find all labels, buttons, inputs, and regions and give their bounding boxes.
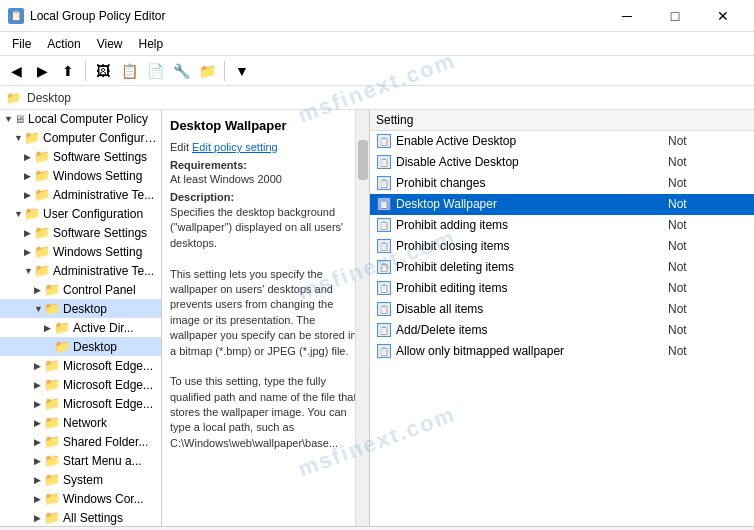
tree-item-system[interactable]: ▶ 📁 System — [0, 470, 161, 489]
expand-icon: ▶ — [34, 437, 44, 447]
folder-icon: 📁 — [44, 472, 60, 487]
list-cell-state: Not — [668, 155, 748, 169]
list-row-prohibit-deleting[interactable]: 📋 Prohibit deleting items Not — [370, 257, 754, 278]
list-row-enable-desktop[interactable]: 📋 Enable Active Desktop Not — [370, 131, 754, 152]
menu-bar: File Action View Help — [0, 32, 754, 56]
list-cell-name: Prohibit adding items — [396, 218, 668, 232]
list-cell-state: Not — [668, 323, 748, 337]
expand-icon: ▶ — [24, 247, 34, 257]
title-bar: 📋 Local Group Policy Editor ─ □ ✕ — [0, 0, 754, 32]
tree-item-shared-folders[interactable]: ▶ 📁 Shared Folder... — [0, 432, 161, 451]
tree-item-desktop[interactable]: ▼ 📁 Desktop — [0, 299, 161, 318]
list-row-desktop-wallpaper[interactable]: 📋 Desktop Wallpaper Not — [370, 194, 754, 215]
expand-icon: ▶ — [34, 456, 44, 466]
expand-icon: ▶ — [34, 494, 44, 504]
tree-item-start-menu[interactable]: ▶ 📁 Start Menu a... — [0, 451, 161, 470]
tree-label: Windows Cor... — [63, 492, 144, 506]
folder-icon: 📁 — [34, 168, 50, 183]
menu-action[interactable]: Action — [39, 34, 88, 53]
tree-item-admin-tmpl-user[interactable]: ▼ 📁 Administrative Te... — [0, 261, 161, 280]
policy-icon: 📋 — [376, 175, 392, 191]
folder-icon: 📁 — [54, 339, 70, 354]
expand-icon: ▶ — [44, 323, 54, 333]
policy-icon: 📋 — [376, 322, 392, 338]
detail-edit: Edit Edit policy setting — [170, 141, 361, 153]
expand-icon: ▶ — [24, 171, 34, 181]
scroll-thumb — [358, 140, 368, 180]
list-row-disable-all[interactable]: 📋 Disable all items Not — [370, 299, 754, 320]
expand-icon: ▶ — [34, 418, 44, 428]
tree-label: Microsoft Edge... — [63, 359, 153, 373]
list-row-add-delete[interactable]: 📋 Add/Delete items Not — [370, 320, 754, 341]
tree-item-win-setting-user[interactable]: ▶ 📁 Windows Setting — [0, 242, 161, 261]
detail-requirements-label: Requirements: — [170, 159, 361, 171]
policy-icon: 📋 — [376, 301, 392, 317]
minimize-button[interactable]: ─ — [604, 4, 650, 28]
title-bar-left: 📋 Local Group Policy Editor — [8, 8, 165, 24]
toolbar-btn-5[interactable]: 📁 — [195, 59, 219, 83]
expand-icon: ▼ — [24, 266, 34, 276]
close-button[interactable]: ✕ — [700, 4, 746, 28]
detail-description: Description: Specifies the desktop backg… — [170, 191, 361, 451]
status-bar: Extended Standard — [0, 526, 754, 530]
tree-item-user-config[interactable]: ▼ 📁 User Configuration — [0, 204, 161, 223]
tree-label: Software Settings — [53, 226, 147, 240]
detail-edit-link[interactable]: Edit policy setting — [192, 141, 278, 153]
address-bar-icon: 📁 — [6, 91, 21, 105]
tree-label: Windows Setting — [53, 245, 142, 259]
tree-item-msedge-3[interactable]: ▶ 📁 Microsoft Edge... — [0, 394, 161, 413]
tree-item-network[interactable]: ▶ 📁 Network — [0, 413, 161, 432]
tree-label: User Configuration — [43, 207, 143, 221]
tree-item-active-dir[interactable]: ▶ 📁 Active Dir... — [0, 318, 161, 337]
tree-item-msedge-1[interactable]: ▶ 📁 Microsoft Edge... — [0, 356, 161, 375]
folder-icon: 📁 — [44, 396, 60, 411]
expand-icon: ▶ — [34, 513, 44, 523]
toolbar-btn-4[interactable]: 🔧 — [169, 59, 193, 83]
scrollbar[interactable] — [355, 110, 369, 526]
detail-requirements-value: At least Windows 2000 — [170, 173, 361, 185]
expand-icon: ▶ — [34, 361, 44, 371]
folder-icon: 📁 — [44, 282, 60, 297]
list-row-prohibit-editing[interactable]: 📋 Prohibit editing items Not — [370, 278, 754, 299]
tree-item-admin-tmpl-1[interactable]: ▶ 📁 Administrative Te... — [0, 185, 161, 204]
toolbar-up[interactable]: ⬆ — [56, 59, 80, 83]
tree-item-msedge-2[interactable]: ▶ 📁 Microsoft Edge... — [0, 375, 161, 394]
tree-item-win-setting-1[interactable]: ▶ 📁 Windows Setting — [0, 166, 161, 185]
tree-item-sw-settings[interactable]: ▶ 📁 Software Settings — [0, 147, 161, 166]
list-row-prohibit-adding[interactable]: 📋 Prohibit adding items Not — [370, 215, 754, 236]
toolbar-filter[interactable]: ▼ — [230, 59, 254, 83]
list-cell-name: Disable all items — [396, 302, 668, 316]
toolbar-back[interactable]: ◀ — [4, 59, 28, 83]
tree-item-all-settings[interactable]: ▶ 📁 All Settings — [0, 508, 161, 526]
tree-item-local-computer-policy[interactable]: ▼ 🖥 Local Computer Policy — [0, 110, 161, 128]
toolbar-btn-1[interactable]: 🖼 — [91, 59, 115, 83]
expand-icon: ▼ — [14, 209, 24, 219]
policy-icon: 📋 — [376, 259, 392, 275]
toolbar-forward[interactable]: ▶ — [30, 59, 54, 83]
list-row-prohibit-closing[interactable]: 📋 Prohibit closing items Not — [370, 236, 754, 257]
menu-view[interactable]: View — [89, 34, 131, 53]
toolbar-btn-3[interactable]: 📄 — [143, 59, 167, 83]
tree-item-windows-components[interactable]: ▶ 📁 Windows Cor... — [0, 489, 161, 508]
menu-help[interactable]: Help — [131, 34, 172, 53]
toolbar-btn-2[interactable]: 📋 — [117, 59, 141, 83]
menu-file[interactable]: File — [4, 34, 39, 53]
list-row-bitmapped[interactable]: 📋 Allow only bitmapped wallpaper Not — [370, 341, 754, 362]
tree-item-control-panel[interactable]: ▶ 📁 Control Panel — [0, 280, 161, 299]
tree-item-sw-settings-user[interactable]: ▶ 📁 Software Settings — [0, 223, 161, 242]
policy-icon: 📋 — [376, 280, 392, 296]
tree-item-desktop-active[interactable]: 📁 Desktop — [0, 337, 161, 356]
list-cell-name: Prohibit editing items — [396, 281, 668, 295]
policy-icon: 📋 — [376, 196, 392, 212]
address-bar: 📁 Desktop — [0, 86, 754, 110]
expand-icon: ▶ — [34, 399, 44, 409]
folder-icon: 📁 — [34, 263, 50, 278]
tree-item-computer-config[interactable]: ▼ 📁 Computer Configura... — [0, 128, 161, 147]
list-row-prohibit-changes[interactable]: 📋 Prohibit changes Not — [370, 173, 754, 194]
list-cell-state: Not — [668, 281, 748, 295]
folder-icon: 📁 — [44, 434, 60, 449]
list-row-disable-desktop[interactable]: 📋 Disable Active Desktop Not — [370, 152, 754, 173]
list-cell-state: Not — [668, 344, 748, 358]
maximize-button[interactable]: □ — [652, 4, 698, 28]
toolbar: ◀ ▶ ⬆ 🖼 📋 📄 🔧 📁 ▼ — [0, 56, 754, 86]
